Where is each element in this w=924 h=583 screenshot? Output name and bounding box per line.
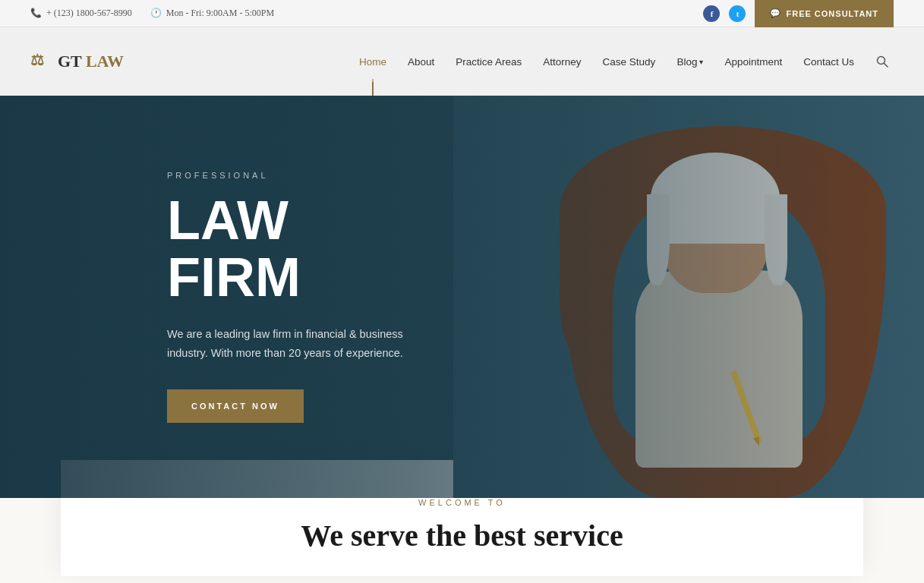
- top-bar: 📞 + (123) 1800-567-8990 🕐 Mon - Fri: 9:0…: [0, 0, 924, 27]
- welcome-title: We serve the best service: [91, 518, 833, 553]
- nav-case-label: Case Study: [603, 56, 656, 68]
- blog-dropdown-icon: ▾: [699, 58, 703, 66]
- nav-appointment-label: Appointment: [724, 56, 782, 68]
- hero-title: LAW FIRM: [167, 192, 425, 307]
- twitter-icon[interactable]: t: [729, 5, 746, 22]
- nav-case-study[interactable]: Case Study: [592, 27, 667, 96]
- main-nav: Home About Practice Areas Attorney Case …: [348, 27, 894, 96]
- nav-appointment[interactable]: Appointment: [714, 27, 793, 96]
- nav-active-indicator: [372, 79, 373, 96]
- hero-section: PROFESSIONAL LAW FIRM We are a leading l…: [0, 96, 924, 498]
- nav-about[interactable]: About: [397, 27, 445, 96]
- nav-attorney[interactable]: Attorney: [532, 27, 591, 96]
- clock-icon: 🕐: [150, 8, 162, 19]
- facebook-icon[interactable]: f: [703, 5, 720, 22]
- nav-blog[interactable]: Blog ▾: [666, 27, 714, 96]
- phone-number: + (123) 1800-567-8990: [46, 8, 132, 19]
- nav-about-label: About: [408, 56, 434, 68]
- nav-practice-label: Practice Areas: [456, 56, 522, 68]
- top-bar-left: 📞 + (123) 1800-567-8990 🕐 Mon - Fri: 9:0…: [30, 8, 274, 19]
- hero-description: We are a leading law firm in financial &…: [167, 325, 410, 362]
- nav-attorney-label: Attorney: [543, 56, 581, 68]
- top-bar-right: f t 💬 FREE CONSULTANT: [703, 0, 894, 27]
- nav-blog-label: Blog: [676, 56, 697, 68]
- nav-practice-areas[interactable]: Practice Areas: [445, 27, 532, 96]
- hero-subtitle: PROFESSIONAL: [167, 171, 425, 180]
- header: ⚖ GT LAW Home About Practice Areas Attor…: [0, 27, 924, 96]
- nav-contact-label: Contact Us: [803, 56, 854, 68]
- phone-info: 📞 + (123) 1800-567-8990: [30, 8, 132, 19]
- logo-gt: GT LAW: [58, 52, 124, 71]
- phone-icon: 📞: [30, 8, 42, 19]
- welcome-section: WELCOME TO We serve the best service: [0, 498, 924, 583]
- business-hours: Mon - Fri: 9:00AM - 5:00PM: [166, 8, 274, 19]
- nav-contact-us[interactable]: Contact Us: [793, 27, 865, 96]
- svg-line-1: [885, 64, 888, 68]
- hours-info: 🕐 Mon - Fri: 9:00AM - 5:00PM: [150, 8, 274, 19]
- nav-home[interactable]: Home: [348, 27, 397, 96]
- hero-content: PROFESSIONAL LAW FIRM We are a leading l…: [0, 171, 425, 423]
- free-consultant-button[interactable]: 💬 FREE CONSULTANT: [755, 0, 894, 27]
- welcome-label: WELCOME TO: [91, 498, 833, 507]
- consultant-icon: 💬: [770, 8, 781, 18]
- logo-icon: ⚖: [30, 51, 52, 72]
- search-icon[interactable]: [871, 50, 894, 73]
- nav-home-label: Home: [359, 56, 386, 68]
- contact-now-button[interactable]: CONTACT NOW: [167, 389, 304, 423]
- logo[interactable]: ⚖ GT LAW: [30, 51, 124, 72]
- consultant-label: FREE CONSULTANT: [786, 9, 878, 18]
